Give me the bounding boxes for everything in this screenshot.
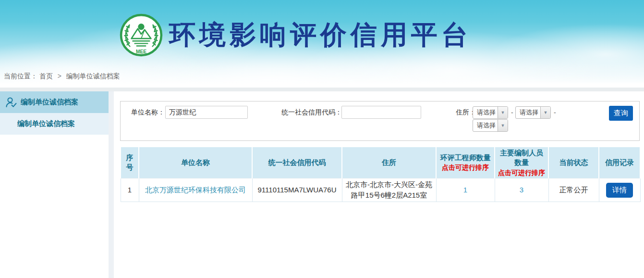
user-check-icon	[5, 96, 17, 109]
address-city-value: 请选择	[516, 107, 540, 118]
col-credit-code: 统一社会信用代码	[252, 147, 342, 178]
sort-hint: 点击可进行排序	[438, 163, 492, 172]
sidebar-content-divider	[109, 91, 114, 278]
col-credit-record: 信用记录	[599, 147, 640, 178]
credit-code-input[interactable]	[341, 106, 421, 119]
staff-count-link[interactable]: 3	[520, 186, 523, 194]
col-engineer-count-sort[interactable]: 环评工程师数量 点击可进行排序	[436, 147, 495, 178]
table-row: 1 北京万源世纪环保科技有限公司 91110115MA7LWUA76U 北京市-…	[121, 178, 640, 202]
main-content: 单位名称： 统一社会信用代码： 住所： 请选择 ▼ - 请选择 ▼ - 请选择 …	[120, 91, 640, 202]
breadcrumb-home-link[interactable]: 首页	[39, 72, 53, 80]
address-dash-1: -	[511, 106, 513, 119]
unit-name-input[interactable]	[165, 106, 248, 119]
sidebar-group-label: 编制单位诚信档案	[21, 98, 78, 107]
sort-hint: 点击可进行排序	[497, 168, 546, 177]
mee-logo-text: MEE	[136, 49, 146, 54]
unit-name-label: 单位名称：	[131, 106, 165, 119]
address-city-select[interactable]: 请选择 ▼	[515, 106, 551, 119]
col-unit-name: 单位名称	[139, 147, 252, 178]
header-divider	[0, 88, 644, 91]
breadcrumb-prefix: 当前位置：	[4, 72, 37, 80]
col-index: 序号	[121, 147, 139, 178]
page: MEE 环境影响评价信用平台 当前位置： 首页 > 编制单位诚信档案 编制单位诚…	[0, 0, 644, 278]
row-address: 北京市-北京市-大兴区-金苑路甲15号6幢2层A215室	[342, 178, 436, 202]
breadcrumb-current: 编制单位诚信档案	[66, 72, 120, 80]
chevron-down-icon: ▼	[498, 120, 508, 131]
breadcrumb-separator: >	[58, 72, 61, 80]
sidebar-item-label: 编制单位诚信档案	[17, 119, 75, 128]
row-index: 1	[121, 178, 139, 202]
credit-code-label: 统一社会信用代码：	[281, 106, 342, 119]
address-district-select[interactable]: 请选择 ▼	[473, 119, 508, 132]
col-status: 当前状态	[548, 147, 599, 178]
results-table: 序号 单位名称 统一社会信用代码 住所 环评工程师数量 点击可进行排序 主要编制…	[120, 147, 641, 202]
sidebar-item-credit-archive[interactable]: 编制单位诚信档案	[0, 113, 109, 135]
breadcrumb: 当前位置： 首页 > 编制单位诚信档案	[4, 72, 120, 81]
detail-button[interactable]: 详情	[606, 183, 633, 198]
table-header-row: 序号 单位名称 统一社会信用代码 住所 环评工程师数量 点击可进行排序 主要编制…	[121, 147, 640, 178]
mee-logo-icon: MEE	[119, 13, 163, 57]
unit-name-link[interactable]: 北京万源世纪环保科技有限公司	[145, 186, 246, 194]
sidebar: 编制单位诚信档案 编制单位诚信档案	[0, 91, 109, 135]
sidebar-group-credit-archive[interactable]: 编制单位诚信档案	[0, 91, 109, 113]
row-credit-code: 91110115MA7LWUA76U	[252, 178, 342, 202]
col-engineer-count-label: 环评工程师数量	[438, 153, 492, 163]
address-province-value: 请选择	[473, 107, 498, 118]
col-staff-count-label: 主要编制人员数量	[497, 148, 546, 168]
engineer-count-link[interactable]: 1	[463, 186, 467, 194]
address-province-select[interactable]: 请选择 ▼	[473, 106, 508, 119]
query-button[interactable]: 查询	[609, 106, 633, 121]
row-status: 正常公开	[548, 178, 599, 202]
col-staff-count-sort[interactable]: 主要编制人员数量 点击可进行排序	[495, 147, 548, 178]
address-dash-2: -	[554, 106, 556, 119]
col-address: 住所	[342, 147, 436, 178]
chevron-down-icon: ▼	[540, 107, 550, 118]
search-form: 单位名称： 统一社会信用代码： 住所： 请选择 ▼ - 请选择 ▼ - 请选择 …	[120, 101, 640, 141]
address-district-value: 请选择	[473, 120, 498, 131]
chevron-down-icon: ▼	[498, 107, 508, 118]
site-title: 环境影响评价信用平台	[169, 17, 472, 53]
